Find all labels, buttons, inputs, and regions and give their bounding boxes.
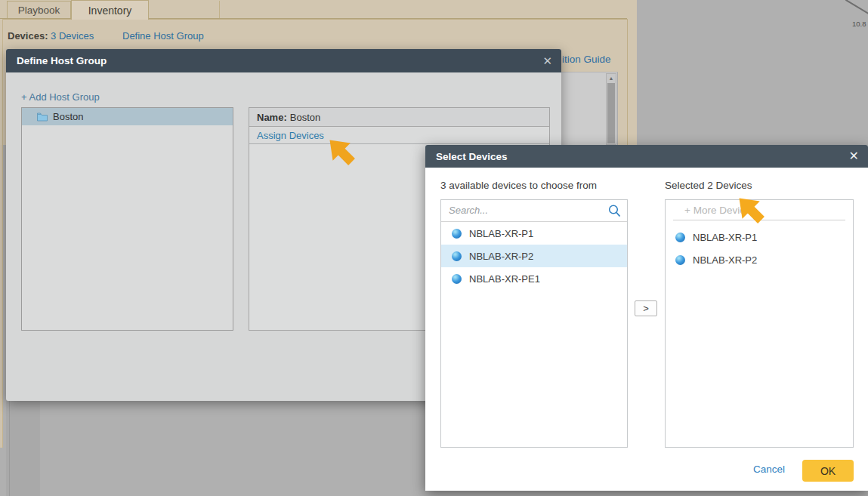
panel-border (2, 19, 3, 448)
move-right-button[interactable]: > (635, 300, 657, 316)
search-row (441, 200, 627, 222)
cancel-button[interactable]: Cancel (753, 464, 785, 475)
scrollbar-thumb[interactable] (607, 83, 615, 143)
selected-devices-list: + More Devices NBLAB-XR-P1 NBLAB-XR-P2 (665, 199, 854, 448)
device-icon (675, 233, 685, 242)
close-icon[interactable]: ✕ (542, 55, 552, 66)
selected-devices-label: Selected 2 Devices (665, 180, 752, 191)
assign-devices-link[interactable]: Assign Devices (257, 130, 324, 141)
dimmed-sidebar-divider (9, 401, 10, 496)
selected-device-row[interactable]: NBLAB-XR-P1 (666, 226, 853, 248)
available-devices-label: 3 available devices to choose from (440, 180, 597, 191)
tab-playbook[interactable]: Playbook (7, 1, 71, 19)
tabbar-separator (219, 1, 220, 18)
device-row[interactable]: NBLAB-XR-P1 (441, 222, 627, 245)
topology-label: 10.8 (852, 20, 866, 28)
define-host-group-modal-header: Define Host Group ✕ (6, 49, 561, 72)
ok-button[interactable]: OK (802, 460, 854, 482)
host-group-row-boston[interactable]: Boston (22, 108, 233, 125)
select-devices-modal-header: Select Devices ✕ (425, 145, 868, 168)
define-host-group-link[interactable]: Define Host Group (122, 30, 204, 42)
folder-icon (37, 112, 48, 122)
device-row[interactable]: NBLAB-XR-PE1 (441, 267, 627, 290)
tab-playbook-label: Playbook (18, 5, 60, 16)
panel-border (627, 19, 628, 145)
modal-title: Select Devices (436, 151, 849, 162)
device-icon (452, 251, 462, 261)
scrollbar[interactable]: ▲ (606, 73, 616, 145)
assign-devices-row: Assign Devices (249, 127, 549, 144)
device-name: NBLAB-XR-P2 (693, 254, 757, 266)
devices-toolbar: Devices: 3 Devices (8, 30, 94, 42)
host-group-name: Boston (53, 111, 83, 122)
search-input[interactable] (441, 200, 592, 220)
name-value: Boston (290, 112, 320, 123)
tab-inventory-label: Inventory (88, 5, 132, 17)
name-label: Name: (257, 112, 287, 123)
modal-title: Define Host Group (17, 55, 542, 66)
cursor-arrow-icon (733, 192, 768, 226)
device-icon (675, 255, 685, 265)
device-name: NBLAB-XR-PE1 (469, 273, 540, 285)
device-name: NBLAB-XR-P2 (469, 251, 533, 262)
device-name: NBLAB-XR-P1 (693, 232, 757, 243)
selected-device-row[interactable]: NBLAB-XR-P2 (666, 248, 853, 271)
guide-link-partial[interactable]: ition Guide (562, 54, 611, 65)
cursor-arrow-icon (323, 134, 358, 168)
dimmed-sidebar-region (6, 401, 40, 496)
topology-link-line (845, 0, 868, 14)
scrollbar-up-icon[interactable]: ▲ (607, 74, 616, 82)
devices-label: Devices: (8, 30, 48, 42)
background-content-panel: ▲ (561, 72, 618, 145)
device-name: NBLAB-XR-P1 (469, 228, 533, 239)
host-group-list: Boston (21, 107, 233, 331)
devices-count-link[interactable]: 3 Devices (51, 30, 94, 42)
select-devices-modal: Select Devices ✕ 3 available devices to … (425, 145, 868, 491)
add-host-group-link[interactable]: + Add Host Group (21, 91, 100, 103)
close-icon[interactable]: ✕ (849, 150, 859, 162)
device-icon (452, 274, 462, 284)
device-row-selected[interactable]: NBLAB-XR-P2 (441, 245, 627, 267)
search-icon[interactable] (607, 204, 622, 218)
available-devices-list: NBLAB-XR-P1 NBLAB-XR-P2 NBLAB-XR-PE1 (440, 199, 628, 448)
host-group-name-row: Name: Boston (249, 108, 549, 127)
device-icon (452, 229, 462, 239)
tab-inventory[interactable]: Inventory (71, 0, 149, 20)
